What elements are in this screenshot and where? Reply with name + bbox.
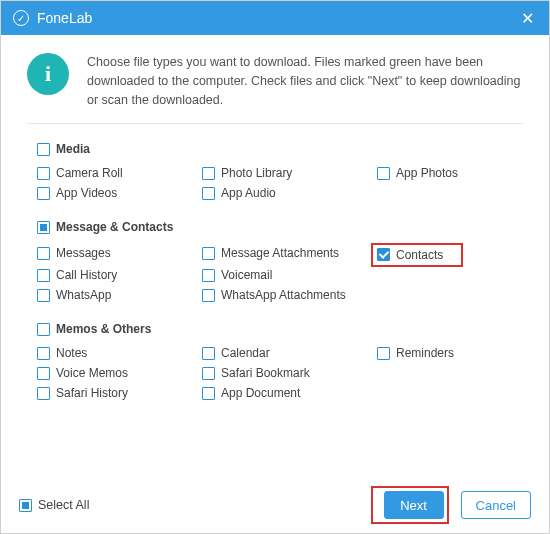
checkbox[interactable] xyxy=(37,387,50,400)
item-wa-attach[interactable]: WhatsApp Attachments xyxy=(202,288,377,302)
checkbox[interactable] xyxy=(37,187,50,200)
item-safari-bookmark[interactable]: Safari Bookmark xyxy=(202,366,377,380)
checkbox[interactable] xyxy=(377,167,390,180)
section-media: Media Camera Roll Photo Library App Phot… xyxy=(37,142,513,200)
item-label: Photo Library xyxy=(221,166,292,180)
item-call-history[interactable]: Call History xyxy=(37,268,202,282)
item-photo-library[interactable]: Photo Library xyxy=(202,166,377,180)
item-label: Camera Roll xyxy=(56,166,123,180)
item-whatsapp[interactable]: WhatsApp xyxy=(37,288,202,302)
checkbox[interactable] xyxy=(202,367,215,380)
header: i Choose file types you want to download… xyxy=(1,35,549,123)
checkbox[interactable] xyxy=(37,247,50,260)
item-label: Messages xyxy=(56,246,111,260)
highlight-contacts: Contacts xyxy=(371,243,463,267)
content-area: Media Camera Roll Photo Library App Phot… xyxy=(1,124,549,480)
item-label: App Videos xyxy=(56,186,117,200)
dialog-window: ✓ FoneLab ✕ i Choose file types you want… xyxy=(0,0,550,534)
item-msg-attach[interactable]: Message Attachments xyxy=(202,244,377,262)
section-label: Message & Contacts xyxy=(56,220,173,234)
app-title: FoneLab xyxy=(37,10,517,26)
checkbox[interactable] xyxy=(202,387,215,400)
checkbox[interactable] xyxy=(377,248,390,261)
app-icon: ✓ xyxy=(13,10,29,26)
section-label: Media xyxy=(56,142,90,156)
select-all-label: Select All xyxy=(38,498,89,512)
header-text: Choose file types you want to download. … xyxy=(87,53,523,109)
item-app-document[interactable]: App Document xyxy=(202,386,377,400)
item-label: WhatsApp Attachments xyxy=(221,288,346,302)
item-messages[interactable]: Messages xyxy=(37,244,202,262)
item-calendar[interactable]: Calendar xyxy=(202,346,377,360)
item-label: Message Attachments xyxy=(221,246,339,260)
item-label: Calendar xyxy=(221,346,270,360)
checkbox[interactable] xyxy=(202,269,215,282)
item-reminders[interactable]: Reminders xyxy=(377,346,497,360)
checkbox-select-all[interactable] xyxy=(19,499,32,512)
checkbox[interactable] xyxy=(202,187,215,200)
checkbox[interactable] xyxy=(202,289,215,302)
item-label: Notes xyxy=(56,346,87,360)
item-label: Call History xyxy=(56,268,117,282)
checkbox[interactable] xyxy=(37,289,50,302)
section-head-msgcontacts[interactable]: Message & Contacts xyxy=(37,220,513,234)
item-app-audio[interactable]: App Audio xyxy=(202,186,377,200)
checkbox[interactable] xyxy=(202,167,215,180)
select-all[interactable]: Select All xyxy=(19,498,89,512)
item-notes[interactable]: Notes xyxy=(37,346,202,360)
section-head-media[interactable]: Media xyxy=(37,142,513,156)
item-voicemail[interactable]: Voicemail xyxy=(202,268,377,282)
checkbox-msgcontacts[interactable] xyxy=(37,221,50,234)
item-safari-history[interactable]: Safari History xyxy=(37,386,202,400)
checkbox[interactable] xyxy=(202,247,215,260)
section-memos: Memos & Others Notes Calendar Reminders … xyxy=(37,322,513,400)
item-label: Voicemail xyxy=(221,268,272,282)
section-label: Memos & Others xyxy=(56,322,151,336)
cancel-button[interactable]: Cancel xyxy=(461,491,531,519)
checkbox[interactable] xyxy=(37,367,50,380)
checkbox[interactable] xyxy=(202,347,215,360)
item-label: WhatsApp xyxy=(56,288,111,302)
item-label: Reminders xyxy=(396,346,454,360)
item-voice-memos[interactable]: Voice Memos xyxy=(37,366,202,380)
info-icon: i xyxy=(27,53,69,95)
item-label: App Audio xyxy=(221,186,276,200)
checkbox[interactable] xyxy=(37,269,50,282)
item-label: Voice Memos xyxy=(56,366,128,380)
section-head-memos[interactable]: Memos & Others xyxy=(37,322,513,336)
footer: Select All Next Cancel xyxy=(1,480,549,533)
item-label: App Photos xyxy=(396,166,458,180)
checkbox[interactable] xyxy=(377,347,390,360)
item-label: Safari History xyxy=(56,386,128,400)
highlight-next: Next xyxy=(371,486,449,524)
close-icon[interactable]: ✕ xyxy=(517,8,537,28)
checkbox-media[interactable] xyxy=(37,143,50,156)
item-app-photos[interactable]: App Photos xyxy=(377,166,497,180)
item-app-videos[interactable]: App Videos xyxy=(37,186,202,200)
checkbox-memos[interactable] xyxy=(37,323,50,336)
item-camera-roll[interactable]: Camera Roll xyxy=(37,166,202,180)
next-button[interactable]: Next xyxy=(384,491,444,519)
item-label: App Document xyxy=(221,386,300,400)
section-msgcontacts: Message & Contacts Messages Message Atta… xyxy=(37,220,513,302)
checkbox[interactable] xyxy=(37,347,50,360)
checkbox[interactable] xyxy=(37,167,50,180)
item-contacts[interactable]: Contacts xyxy=(377,248,443,262)
item-label: Safari Bookmark xyxy=(221,366,310,380)
titlebar: ✓ FoneLab ✕ xyxy=(1,1,549,35)
item-label: Contacts xyxy=(396,248,443,262)
